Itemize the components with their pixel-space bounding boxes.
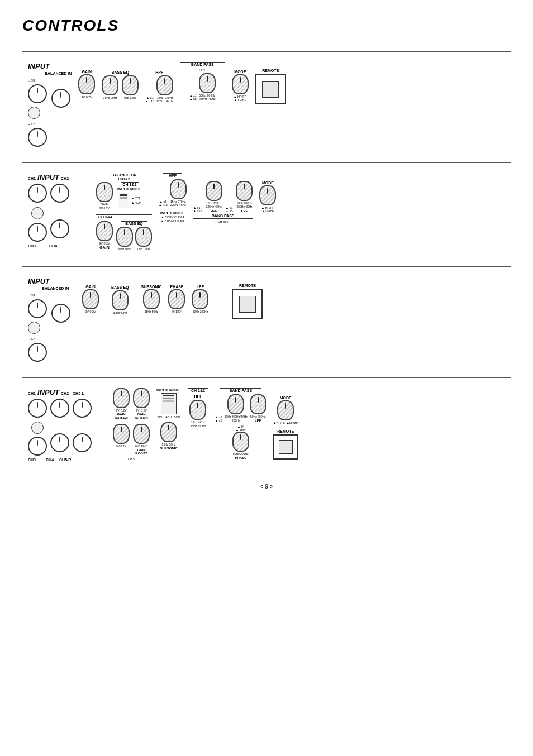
- bass-range-s3: 30Hz 90Hz: [113, 311, 127, 314]
- bass-eq-knob2-s2[interactable]: [135, 227, 152, 247]
- hpf-group-s1: HPF ▲ x1 ▲ x15 15Hz 270Hz 225Hz 4KHz: [145, 70, 173, 103]
- sub-circle-s2[interactable]: [31, 207, 44, 219]
- gain-knob-s2[interactable]: [96, 182, 113, 202]
- gain-knob-ch34[interactable]: [96, 221, 113, 241]
- gain-label-s2: GAIN: [101, 203, 108, 206]
- lch-knob[interactable]: [28, 84, 47, 103]
- gain-ch5-knob[interactable]: [113, 424, 130, 444]
- hpf-knob-s4[interactable]: [189, 400, 206, 420]
- phase-label-s3: PHASE: [170, 285, 183, 289]
- ch2ch-label: ▲ 2CH: [131, 197, 141, 200]
- band-pass-group-s1: BAND PASS LPF ▲ x1 ▲ x5 50Hz 800Hz 250Hz…: [180, 62, 225, 101]
- ch12-bracket-s4: CH 1&2: [188, 388, 208, 393]
- ch4-knob[interactable]: [50, 219, 69, 238]
- sub-circle-s1[interactable]: [28, 107, 40, 119]
- mode-knob-s1[interactable]: [232, 74, 249, 94]
- balanced-knob-s1[interactable]: [51, 89, 70, 108]
- gain-ch34-label: GAIN: [99, 246, 110, 250]
- hpf-label-s1: HPF: [151, 70, 168, 74]
- remote-group-s3: REMOTE: [232, 284, 263, 319]
- ch3-knob[interactable]: [28, 223, 47, 242]
- x5-s4: ▲ x5: [215, 419, 222, 422]
- band-pass-knob-s4[interactable]: [227, 394, 244, 414]
- phase-vals-s4: ▲ 0° ▲ 180°: [236, 425, 246, 432]
- s4-ch5l-knob[interactable]: [73, 399, 92, 418]
- ch2-knob[interactable]: [50, 184, 69, 203]
- mode-knob-s4[interactable]: [277, 400, 294, 420]
- lpf-knob-s1[interactable]: [199, 73, 216, 93]
- ch4ch-label: ▲ 4CH: [131, 201, 141, 204]
- remote-inner-s4: [279, 440, 293, 454]
- ch34-bracket-label: CH 3&4: [96, 214, 152, 219]
- phase-knob-s3[interactable]: [168, 289, 185, 309]
- remote-inner-s3: [239, 296, 256, 313]
- gain-knob-s1[interactable]: [78, 74, 95, 94]
- 2ch-label-s4: 2CH: [157, 415, 163, 419]
- band-pass-label-s4: BAND PASS: [220, 388, 261, 393]
- lpf-mult-s1: ▲ x1 ▲ x5: [189, 94, 197, 101]
- hpf-knob-ch34[interactable]: [206, 181, 222, 201]
- mode-group-s2: MODE ▲ HP/FR ▲ LP/BP: [259, 181, 276, 213]
- phase-group-s3: PHASE 0° 180°: [168, 285, 185, 313]
- rch-knob-s3[interactable]: [28, 343, 47, 362]
- gain-ch34-knob[interactable]: [133, 388, 150, 408]
- s4-ch4-knob[interactable]: [50, 433, 69, 452]
- s4-ch3-knob[interactable]: [28, 437, 47, 456]
- subsonic-knob-s3[interactable]: [143, 289, 160, 309]
- rch-label-s3: R CH: [28, 337, 35, 341]
- rch-knob[interactable]: [28, 128, 47, 147]
- bass-eq-label-s1: BASS EQ: [106, 70, 135, 74]
- ch2-label-s4: CH2: [61, 391, 69, 395]
- bass-eq-knob2[interactable]: [122, 75, 139, 95]
- sub-circle-s3[interactable]: [28, 322, 40, 334]
- remote-label-s1: REMOTE: [262, 69, 279, 73]
- input-mode-switch[interactable]: [118, 193, 129, 208]
- hpf-knob-s1[interactable]: [156, 75, 173, 95]
- bass-eq-knob1[interactable]: [102, 75, 118, 95]
- gain-group-s1: GAIN 9V 0.2V: [78, 70, 95, 99]
- mode-lp-s1: ▲ LP/BP: [234, 98, 246, 102]
- s4-ch5r-knob[interactable]: [73, 433, 92, 452]
- bass-eq-knob1-s3[interactable]: [112, 290, 129, 310]
- remote-inner-s1: [262, 81, 279, 98]
- bass-eq-knob1-s2[interactable]: [116, 227, 133, 247]
- input-group-s4: CH1 INPUT CH2 CH5-L: [28, 388, 106, 462]
- lpf-knob-ch34[interactable]: [236, 181, 253, 201]
- ch1-knob[interactable]: [28, 184, 47, 203]
- input-mode-label-s2: INPUT MODE: [117, 187, 142, 191]
- input-label-s2: INPUT: [37, 173, 59, 181]
- ch12-bracket: CH 1&2: [121, 182, 139, 186]
- lpf-knob-s4[interactable]: [250, 394, 266, 414]
- hpf-knob-ch12[interactable]: [170, 179, 187, 199]
- page-title: CONTROLS: [22, 17, 511, 35]
- sub-s4[interactable]: [31, 422, 44, 434]
- copy-ch34-label: ▲ COPY CH3&4: [161, 216, 184, 219]
- subsonic-label-s4: SUBSONIC: [160, 447, 178, 450]
- subsonic-group-s3: SUBSONIC 15Hz 50Hz: [141, 285, 162, 313]
- lch-knob-s3[interactable]: [28, 299, 47, 318]
- mode-label-s1: MODE: [234, 70, 246, 74]
- balanced-in-s1: BALANCED IN: [45, 71, 72, 75]
- phase-label-s4: PHASE: [235, 456, 246, 460]
- boost-ch5-knob[interactable]: [133, 424, 150, 444]
- ch3-label-s4: CH3: [28, 458, 36, 462]
- lpf-label-s1: LPF: [196, 68, 210, 72]
- gain-ch34-label-s4: GAIN (CH3&4): [135, 413, 148, 419]
- gain-range-s1: 9V 0.2V: [81, 95, 92, 99]
- rch-label: R CH: [28, 122, 35, 126]
- lpf-knob-s3[interactable]: [192, 289, 208, 309]
- balanced-knob-s3[interactable]: [51, 304, 70, 323]
- ch4-label-s4: CH4: [46, 458, 54, 462]
- mode-group-s4: MODE ▲HP/FR ▲LP/BP REMOTE: [273, 396, 298, 460]
- hpf-label-s4: HPF: [192, 394, 204, 398]
- lpf-range-s3: 50Hz 200Hz: [193, 310, 208, 313]
- phase-knob-s4[interactable]: [232, 432, 249, 452]
- gain-ch12-knob[interactable]: [113, 388, 130, 408]
- input-mode-switch-s4[interactable]: [161, 393, 177, 414]
- subsonic-knob-s4[interactable]: [160, 422, 177, 442]
- section-1: INPUT BALANCED IN L CH R CH GAIN 9V 0: [22, 51, 511, 157]
- gain-knob-s3[interactable]: [82, 289, 99, 309]
- s4-ch1-knob[interactable]: [28, 399, 47, 418]
- s4-ch2-knob[interactable]: [50, 399, 69, 418]
- mode-knob-s2[interactable]: [259, 185, 276, 205]
